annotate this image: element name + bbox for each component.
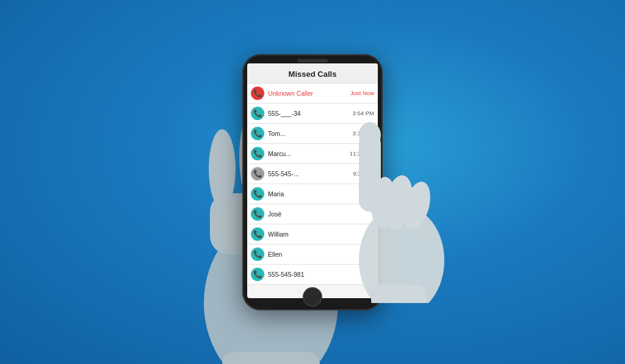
call-icon: 📞 [251, 248, 264, 261]
call-icon: 📞 [251, 87, 264, 100]
svg-point-3 [209, 129, 236, 209]
svg-rect-7 [222, 352, 320, 364]
call-icon: 📞 [251, 227, 264, 241]
call-name: Unknown Caller [268, 90, 350, 97]
svg-rect-14 [371, 285, 426, 303]
call-icon: 📞 [251, 268, 264, 281]
svg-point-10 [359, 122, 381, 149]
call-icon: 📞 [251, 147, 264, 160]
call-icon: 📞 [251, 107, 264, 120]
call-icon: 📞 [251, 187, 264, 201]
call-time: Just Now [350, 90, 374, 96]
hand-right-illustration [322, 108, 444, 303]
call-icon: 📞 [251, 127, 264, 140]
call-icon: 📞 [251, 207, 264, 221]
call-icon: 📞 [251, 167, 264, 180]
call-list-item[interactable]: 📞Unknown CallerJust Now [247, 84, 378, 104]
screen-header: Missed Calls [247, 63, 378, 84]
screen-title: Missed Calls [289, 70, 337, 79]
